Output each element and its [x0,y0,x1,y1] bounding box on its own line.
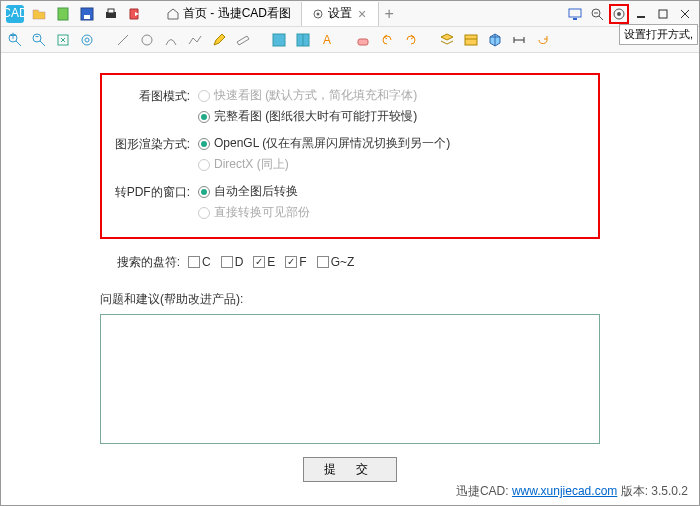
zoom-extents-icon[interactable]: - [29,30,49,50]
pdf-auto-radio[interactable]: 自动全图后转换 [198,183,310,200]
zoom-out-icon[interactable] [587,4,607,24]
drive-label: G~Z [331,255,355,269]
redo-icon[interactable] [401,30,421,50]
svg-line-13 [599,16,603,20]
pdf-auto-label: 自动全图后转换 [214,183,298,200]
print-icon[interactable] [101,4,121,24]
svg-rect-9 [569,9,581,17]
svg-rect-31 [273,34,285,46]
circle-tool-icon[interactable] [137,30,157,50]
render-opengl-radio[interactable]: OpenGL (仅在有黑屏闪屏情况切换到另一个) [198,135,450,152]
svg-text:A: A [323,33,331,47]
arc-tool-icon[interactable] [161,30,181,50]
pdf-visible-label: 直接转换可见部份 [214,204,310,221]
maximize-icon[interactable] [653,4,673,24]
tab-bar: 首页 - 迅捷CAD看图 设置 × + [157,1,561,26]
zoom-all-icon[interactable] [77,30,97,50]
radio-icon [198,207,210,219]
svg-point-28 [85,38,89,42]
window-controls [565,4,695,24]
edit-tool-icon[interactable] [209,30,229,50]
home-icon [167,8,179,20]
tab-close-icon[interactable]: × [356,6,368,22]
render-mode-row: 图形渲染方式: OpenGL (仅在有黑屏闪屏情况切换到另一个) DirectX… [110,135,590,173]
drive-label: F [299,255,306,269]
radio-icon [198,159,210,171]
text-icon[interactable]: A [317,30,337,50]
highlighted-settings-group: 看图模式: 快速看图 (默认方式，简化填充和字体) 完整看图 (图纸很大时有可能… [100,73,600,239]
checkbox-icon [317,256,329,268]
search-drives-row: 搜索的盘符: CDEFG~Z [100,253,600,271]
save-icon[interactable] [77,4,97,24]
render-directx-radio[interactable]: DirectX (同上) [198,156,450,173]
svg-line-21 [16,41,21,46]
feedback-textarea[interactable] [100,314,600,444]
measure-tool-icon[interactable] [233,30,253,50]
svg-rect-10 [573,18,577,20]
tab-home-label: 首页 - 迅捷CAD看图 [183,5,291,22]
erase-icon[interactable] [353,30,373,50]
block-icon[interactable] [293,30,313,50]
svg-rect-17 [659,10,667,18]
footer-link[interactable]: www.xunjiecad.com [512,484,617,498]
footer-prefix: 迅捷CAD: [456,484,512,498]
search-drives-label: 搜索的盘符: [100,253,188,271]
view-mode-fast-label: 快速看图 (默认方式，简化填充和字体) [214,87,417,104]
footer-version: 版本: 3.5.0.2 [617,484,688,498]
pdf-mode-row: 转PDF的窗口: 自动全图后转换 直接转换可见部份 [110,183,590,221]
layers-panel-icon[interactable] [437,30,457,50]
pdf-visible-radio[interactable]: 直接转换可见部份 [198,204,310,221]
view-mode-fast-radio[interactable]: 快速看图 (默认方式，简化填充和字体) [198,87,417,104]
gear-icon [312,8,324,20]
view-mode-full-label: 完整看图 (图纸很大时有可能打开较慢) [214,108,417,125]
main-toolbar: CAD 首页 - 迅捷CAD看图 设置 × + [1,1,699,27]
drive-label: C [202,255,211,269]
svg-rect-2 [58,8,68,20]
drive-checkbox-d[interactable]: D [221,255,244,269]
radio-icon [198,186,210,198]
svg-text:+: + [9,32,16,43]
drive-checkbox-e[interactable]: E [253,255,275,269]
footer: 迅捷CAD: www.xunjiecad.com 版本: 3.5.0.2 [456,483,688,500]
drive-checkbox-f[interactable]: F [285,255,306,269]
dimension-icon[interactable] [509,30,529,50]
line-tool-icon[interactable] [113,30,133,50]
close-icon[interactable] [675,4,695,24]
svg-rect-4 [84,15,90,19]
tab-home[interactable]: 首页 - 迅捷CAD看图 [157,2,302,26]
radio-icon [198,111,210,123]
submit-button[interactable]: 提 交 [303,457,396,482]
minimize-icon[interactable] [631,4,651,24]
settings-content: 看图模式: 快速看图 (默认方式，简化填充和字体) 完整看图 (图纸很大时有可能… [1,53,699,492]
tab-settings-label: 设置 [328,5,352,22]
view-mode-label: 看图模式: [110,87,198,105]
svg-point-8 [317,12,320,15]
app-logo-icon: CAD [5,4,25,24]
undo-icon[interactable] [377,30,397,50]
tab-settings[interactable]: 设置 × [302,2,379,26]
drive-checkbox-g-z[interactable]: G~Z [317,255,355,269]
drive-label: D [235,255,244,269]
refresh-icon[interactable] [533,30,553,50]
pdf-mode-label: 转PDF的窗口: [110,183,198,201]
settings-gear-icon[interactable] [609,4,629,24]
new-tab-button[interactable]: + [379,4,399,24]
export-icon[interactable] [125,4,145,24]
render-opengl-label: OpenGL (仅在有黑屏闪屏情况切换到另一个) [214,135,450,152]
svg-rect-36 [465,35,477,45]
open-file-icon[interactable] [29,4,49,24]
new-file-icon[interactable] [53,4,73,24]
properties-icon[interactable] [461,30,481,50]
monitor-icon[interactable] [565,4,585,24]
radio-icon [198,138,210,150]
3d-view-icon[interactable] [485,30,505,50]
pan-icon[interactable] [53,30,73,50]
layer-icon[interactable] [269,30,289,50]
render-mode-label: 图形渲染方式: [110,135,198,153]
drive-checkbox-c[interactable]: C [188,255,211,269]
zoom-window-icon[interactable]: + [5,30,25,50]
svg-text:CAD: CAD [6,6,24,20]
view-mode-full-radio[interactable]: 完整看图 (图纸很大时有可能打开较慢) [198,108,417,125]
polyline-tool-icon[interactable] [185,30,205,50]
svg-line-24 [40,41,45,46]
